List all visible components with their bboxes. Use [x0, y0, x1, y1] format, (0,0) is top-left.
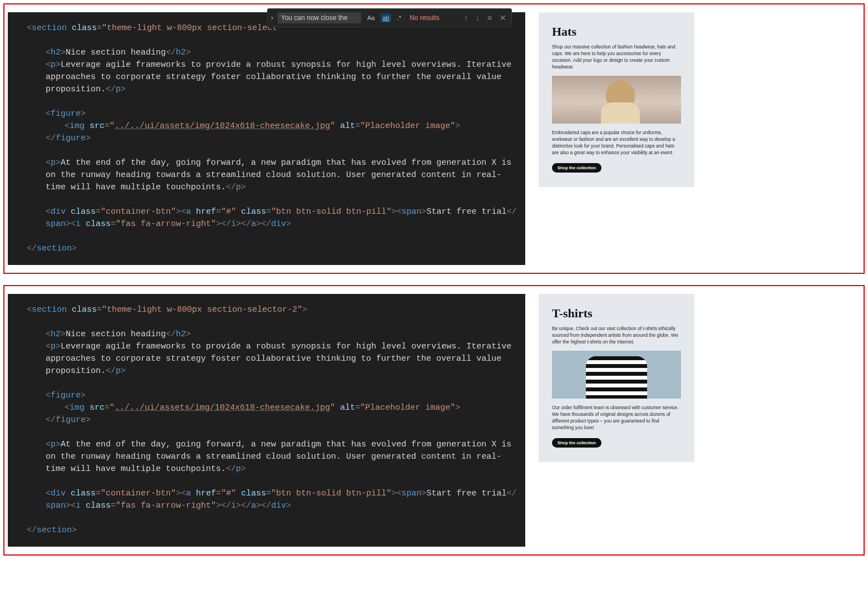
find-prev-icon[interactable]: ↑	[462, 13, 470, 22]
code-editor-1[interactable]: <section class="theme-light w-800px sect…	[8, 12, 525, 265]
find-match-case-button[interactable]: Aa	[366, 13, 376, 22]
preview2-title: T-shirts	[552, 306, 681, 321]
preview2-body: Our order fulfilment team is obsessed wi…	[552, 404, 681, 431]
preview1-body: Embroidered caps are a popular choice fo…	[552, 129, 681, 156]
preview2-cta-button[interactable]: Shop the collection	[552, 438, 601, 448]
preview1-title: Hats	[552, 24, 681, 39]
find-regex-button[interactable]: .*	[396, 13, 403, 22]
code-editor-2[interactable]: <section class="theme-light w-800px sect…	[8, 294, 525, 547]
find-match-word-button[interactable]: ab	[381, 13, 391, 22]
preview-card-2: T-shirts Be unique. Check out our vast c…	[539, 294, 694, 462]
preview1-image	[552, 76, 681, 124]
find-input[interactable]	[278, 12, 361, 23]
find-toggle-replace-icon[interactable]: ›	[271, 14, 273, 22]
find-results-count: No results	[410, 14, 440, 22]
example-block-2: <section class="theme-light w-800px sect…	[3, 285, 865, 556]
find-next-icon[interactable]: ↓	[474, 13, 481, 22]
preview1-cta-button[interactable]: Shop the collection	[552, 163, 601, 173]
find-bar[interactable]: › Aa ab .* No results ↑ ↓ ≡ ✕	[267, 8, 512, 27]
preview2-image	[552, 351, 681, 399]
preview-card-1: Hats Shop our massive collection of fash…	[539, 12, 694, 187]
preview1-lead: Shop our massive collection of fashion h…	[552, 43, 681, 70]
example-block-1: <section class="theme-light w-800px sect…	[3, 3, 865, 274]
find-selection-icon[interactable]: ≡	[486, 13, 494, 22]
preview2-lead: Be unique. Check out our vast collection…	[552, 325, 681, 345]
find-close-icon[interactable]: ✕	[498, 13, 508, 22]
